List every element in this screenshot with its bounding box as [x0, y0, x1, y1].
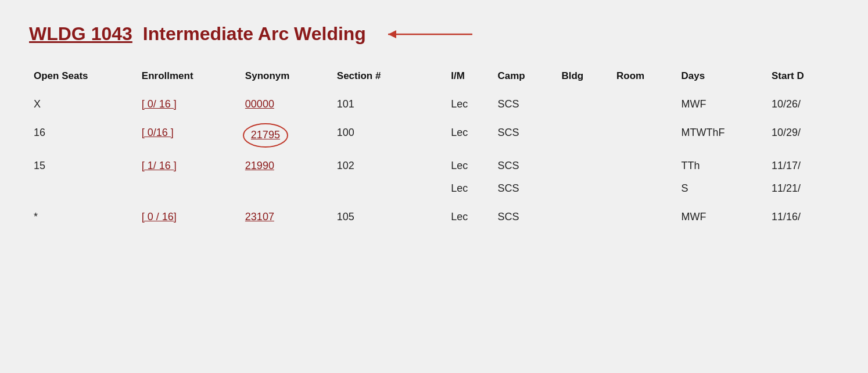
course-name: Intermediate Arc Welding [143, 23, 366, 45]
cell-start-date: 10/29/ [767, 119, 839, 152]
cell-sub-days: S [677, 180, 767, 203]
cell-section: 102 [332, 152, 423, 180]
cell-bldg [557, 90, 612, 119]
cell-enrollment[interactable]: [ 0/ 16 ] [137, 90, 241, 119]
col-section: Section # [332, 66, 423, 90]
cell-spacer [423, 119, 446, 152]
cell-days: MTWThF [677, 119, 767, 152]
cell-sub-im: Lec [446, 180, 493, 203]
cell-start-date: 11/16/ [767, 203, 839, 231]
cell-synonym[interactable]: 21795 [241, 119, 332, 152]
cell-camp: SCS [493, 119, 557, 152]
cell-empty [241, 180, 332, 203]
cell-bldg [557, 152, 612, 180]
cell-empty [332, 180, 423, 203]
col-bldg: Bldg [557, 66, 612, 90]
cell-enrollment[interactable]: [ 1/ 16 ] [137, 152, 241, 180]
col-enrollment: Enrollment [137, 66, 241, 90]
cell-im: Lec [446, 90, 493, 119]
col-start-date: Start D [767, 66, 839, 90]
col-spacer [423, 66, 446, 90]
synonym-link[interactable]: 00000 [245, 98, 274, 110]
table-header-row: Open Seats Enrollment Synonym Section # … [29, 66, 839, 90]
cell-room [612, 90, 677, 119]
table-row: X[ 0/ 16 ]00000101LecSCSMWF10/26/ [29, 90, 839, 119]
cell-empty [423, 180, 446, 203]
cell-start-date: 10/26/ [767, 90, 839, 119]
cell-im: Lec [446, 203, 493, 231]
table-row: 15[ 1/ 16 ]21990102LecSCSTTh11/17/ [29, 152, 839, 180]
cell-empty [29, 180, 137, 203]
cell-room [612, 203, 677, 231]
cell-section: 101 [332, 90, 423, 119]
cell-synonym[interactable]: 21990 [241, 152, 332, 180]
col-synonym: Synonym [241, 66, 332, 90]
svg-marker-1 [388, 30, 396, 38]
cell-spacer [423, 203, 446, 231]
enrollment-link[interactable]: [ 1/ 16 ] [142, 160, 177, 171]
cell-room [612, 119, 677, 152]
cell-im: Lec [446, 119, 493, 152]
cell-spacer [423, 90, 446, 119]
col-im: I/M [446, 66, 493, 90]
cell-sub-camp: SCS [493, 180, 557, 203]
arrow-icon [382, 26, 475, 42]
table-sub-row: LecSCSS11/21/ [29, 180, 839, 203]
cell-sub-room [612, 180, 677, 203]
synonym-link[interactable]: 23107 [245, 211, 274, 223]
page-header: WLDG 1043 Intermediate Arc Welding [29, 23, 839, 45]
cell-camp: SCS [493, 152, 557, 180]
cell-section: 100 [332, 119, 423, 152]
col-camp: Camp [493, 66, 557, 90]
enrollment-link[interactable]: [ 0 / 16] [142, 211, 177, 223]
cell-empty [137, 180, 241, 203]
cell-spacer [423, 152, 446, 180]
cell-sub-start-date: 11/21/ [767, 180, 839, 203]
cell-days: MWF [677, 203, 767, 231]
cell-days: MWF [677, 90, 767, 119]
cell-days: TTh [677, 152, 767, 180]
table-row: 16[ 0/16 ] 21795 100LecSCSMTWThF10/29/ [29, 119, 839, 152]
cell-section: 105 [332, 203, 423, 231]
cell-open-seats: 16 [29, 119, 137, 152]
col-days: Days [677, 66, 767, 90]
course-code-link[interactable]: WLDG 1043 [29, 23, 132, 45]
cell-enrollment[interactable]: [ 0 / 16] [137, 203, 241, 231]
cell-camp: SCS [493, 90, 557, 119]
cell-im: Lec [446, 152, 493, 180]
col-open-seats: Open Seats [29, 66, 137, 90]
cell-open-seats: X [29, 90, 137, 119]
synonym-link[interactable]: 21990 [245, 160, 274, 171]
cell-open-seats: 15 [29, 152, 137, 180]
table-row: *[ 0 / 16]23107105LecSCSMWF11/16/ [29, 203, 839, 231]
enrollment-link[interactable]: [ 0/ 16 ] [142, 98, 177, 110]
cell-bldg [557, 203, 612, 231]
cell-open-seats: * [29, 203, 137, 231]
cell-camp: SCS [493, 203, 557, 231]
cell-room [612, 152, 677, 180]
col-room: Room [612, 66, 677, 90]
course-sections-table: Open Seats Enrollment Synonym Section # … [29, 66, 839, 231]
cell-start-date: 11/17/ [767, 152, 839, 180]
cell-enrollment[interactable]: [ 0/16 ] [137, 119, 241, 152]
cell-sub-bldg [557, 180, 612, 203]
synonym-link[interactable]: 21795 [251, 129, 280, 141]
enrollment-link[interactable]: [ 0/16 ] [142, 127, 174, 138]
cell-synonym[interactable]: 23107 [241, 203, 332, 231]
cell-synonym[interactable]: 00000 [241, 90, 332, 119]
cell-bldg [557, 119, 612, 152]
